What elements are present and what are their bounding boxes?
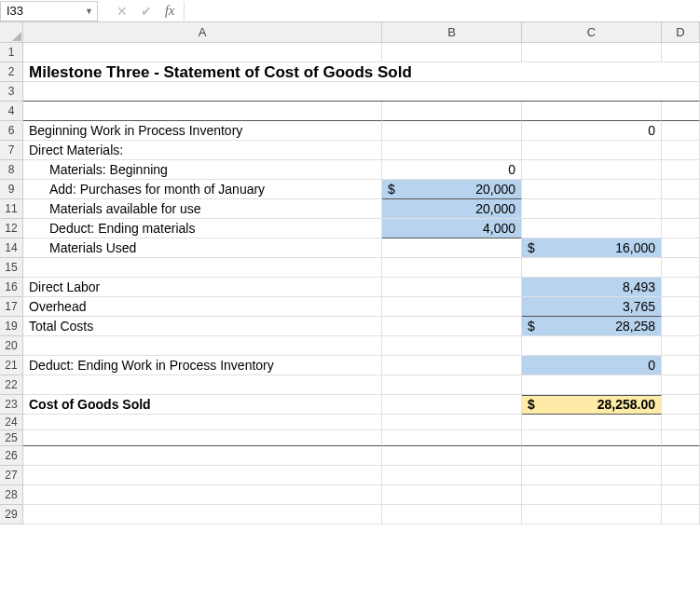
cell[interactable]: 8,493 bbox=[522, 278, 662, 297]
cell[interactable]: Direct Labor bbox=[23, 278, 382, 297]
cell[interactable] bbox=[662, 238, 700, 258]
row-header[interactable]: 26 bbox=[0, 446, 23, 466]
cell[interactable] bbox=[23, 505, 382, 524]
cell[interactable] bbox=[662, 297, 700, 317]
cell[interactable] bbox=[662, 43, 700, 62]
cell[interactable]: Total Costs bbox=[23, 317, 382, 336]
cell[interactable]: Materials Used bbox=[23, 238, 382, 258]
cell[interactable] bbox=[382, 446, 522, 466]
row-header[interactable]: 27 bbox=[0, 466, 23, 485]
row-header[interactable]: 17 bbox=[0, 297, 23, 317]
formula-input[interactable] bbox=[185, 2, 557, 20]
cell[interactable]: Overhead bbox=[23, 297, 382, 317]
cell[interactable]: 0 bbox=[382, 160, 522, 180]
cell[interactable]: 20,000 bbox=[382, 199, 522, 219]
cell[interactable] bbox=[522, 141, 662, 160]
cell[interactable] bbox=[662, 375, 700, 395]
cell[interactable] bbox=[662, 356, 700, 375]
cell[interactable] bbox=[23, 466, 382, 485]
cell[interactable]: $28,258 bbox=[522, 317, 662, 336]
row-header[interactable]: 22 bbox=[0, 375, 23, 395]
cell[interactable]: Materials available for use bbox=[23, 199, 382, 219]
cell[interactable] bbox=[522, 160, 662, 180]
cell[interactable] bbox=[23, 43, 382, 62]
cell[interactable] bbox=[382, 485, 522, 505]
cell[interactable] bbox=[382, 297, 522, 317]
cell[interactable] bbox=[522, 446, 662, 466]
cell[interactable] bbox=[382, 336, 522, 356]
select-all-corner[interactable] bbox=[0, 22, 23, 43]
cell[interactable] bbox=[23, 258, 382, 278]
row-header[interactable]: 1 bbox=[0, 43, 23, 62]
col-header[interactable]: A bbox=[23, 22, 382, 43]
cell[interactable] bbox=[662, 430, 700, 446]
cell[interactable] bbox=[23, 336, 382, 356]
cell[interactable]: Deduct: Ending materials bbox=[23, 219, 382, 238]
cell[interactable]: $16,000 bbox=[522, 238, 662, 258]
cell[interactable] bbox=[522, 336, 662, 356]
cell[interactable] bbox=[382, 356, 522, 375]
col-header[interactable]: D bbox=[662, 22, 700, 43]
cell[interactable]: Deduct: Ending Work in Process Inventory bbox=[23, 356, 382, 375]
cell[interactable] bbox=[522, 415, 662, 430]
cell[interactable] bbox=[23, 485, 382, 505]
cell[interactable]: $28,258.00 bbox=[522, 395, 662, 415]
cell[interactable] bbox=[662, 466, 700, 485]
row-header[interactable]: 25 bbox=[0, 430, 23, 446]
cell[interactable] bbox=[662, 160, 700, 180]
spreadsheet-grid[interactable]: A B C D 1 2 Milestone Three - Statement … bbox=[0, 22, 700, 524]
cell[interactable] bbox=[662, 278, 700, 297]
cell[interactable] bbox=[382, 102, 522, 121]
name-box[interactable]: I33 ▼ bbox=[0, 1, 98, 21]
cell[interactable]: 0 bbox=[522, 121, 662, 141]
cell[interactable] bbox=[522, 199, 662, 219]
cell[interactable] bbox=[522, 102, 662, 121]
row-header[interactable]: 28 bbox=[0, 485, 23, 505]
cell[interactable] bbox=[382, 395, 522, 415]
cell[interactable] bbox=[522, 485, 662, 505]
fx-icon[interactable]: fx bbox=[165, 4, 174, 19]
row-header[interactable]: 19 bbox=[0, 317, 23, 336]
cell[interactable] bbox=[662, 258, 700, 278]
row-header[interactable]: 3 bbox=[0, 82, 23, 102]
cell[interactable] bbox=[382, 415, 522, 430]
cell[interactable]: Beginning Work in Process Inventory bbox=[23, 121, 382, 141]
row-header[interactable]: 7 bbox=[0, 141, 23, 160]
row-header[interactable]: 2 bbox=[0, 62, 23, 82]
cell[interactable] bbox=[662, 121, 700, 141]
row-header[interactable]: 29 bbox=[0, 505, 23, 524]
cell[interactable] bbox=[23, 102, 382, 121]
chevron-down-icon[interactable]: ▼ bbox=[85, 7, 93, 16]
cell[interactable] bbox=[23, 446, 382, 466]
cell[interactable] bbox=[662, 199, 700, 219]
cell[interactable] bbox=[382, 466, 522, 485]
cell[interactable] bbox=[23, 415, 382, 430]
row-header[interactable]: 8 bbox=[0, 160, 23, 180]
cell[interactable] bbox=[382, 505, 522, 524]
cell[interactable] bbox=[522, 505, 662, 524]
cell[interactable] bbox=[382, 238, 522, 258]
row-header[interactable]: 16 bbox=[0, 278, 23, 297]
cell[interactable] bbox=[23, 430, 382, 446]
cell[interactable] bbox=[23, 82, 700, 102]
col-header[interactable]: B bbox=[382, 22, 522, 43]
row-header[interactable]: 20 bbox=[0, 336, 23, 356]
cell[interactable] bbox=[23, 375, 382, 395]
row-header[interactable]: 6 bbox=[0, 121, 23, 141]
row-header[interactable]: 21 bbox=[0, 356, 23, 375]
cell[interactable] bbox=[662, 141, 700, 160]
cell[interactable] bbox=[662, 317, 700, 336]
cell[interactable]: 3,765 bbox=[522, 297, 662, 317]
cell[interactable] bbox=[382, 317, 522, 336]
title-cell[interactable]: Milestone Three - Statement of Cost of G… bbox=[23, 62, 700, 82]
cell[interactable] bbox=[382, 430, 522, 446]
cell[interactable]: Direct Materials: bbox=[23, 141, 382, 160]
cell[interactable] bbox=[662, 102, 700, 121]
cell[interactable] bbox=[382, 121, 522, 141]
cell[interactable]: Add: Purchases for month of January bbox=[23, 180, 382, 199]
cell[interactable]: 0 bbox=[522, 356, 662, 375]
row-header[interactable]: 14 bbox=[0, 238, 23, 258]
row-header[interactable]: 11 bbox=[0, 199, 23, 219]
cell[interactable] bbox=[522, 180, 662, 199]
row-header[interactable]: 12 bbox=[0, 219, 23, 238]
